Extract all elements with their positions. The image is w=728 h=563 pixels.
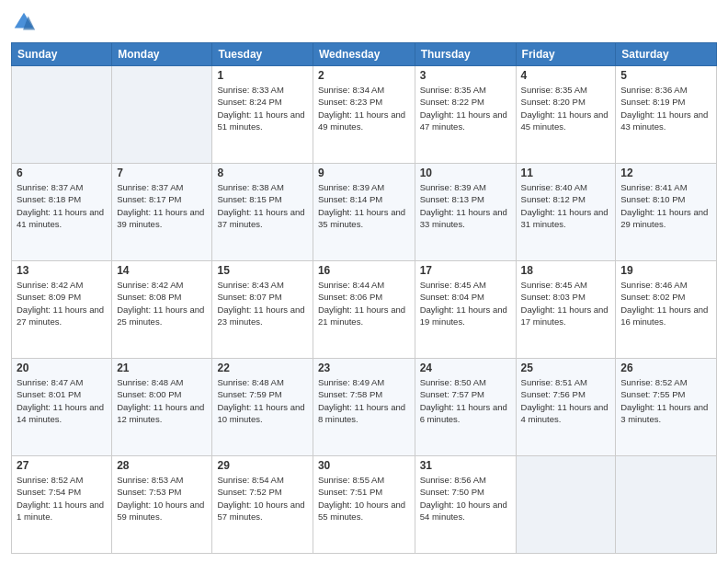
calendar-cell: 6Sunrise: 8:37 AM Sunset: 8:18 PM Daylig… [12,164,112,261]
day-number: 19 [620,264,711,277]
calendar-cell: 11Sunrise: 8:40 AM Sunset: 8:12 PM Dayli… [516,164,616,261]
day-info: Sunrise: 8:41 AM Sunset: 8:10 PM Dayligh… [620,181,711,230]
calendar-cell [112,66,212,164]
calendar-cell [616,456,717,554]
day-number: 16 [318,264,410,277]
day-info: Sunrise: 8:48 AM Sunset: 8:00 PM Dayligh… [117,376,207,425]
day-info: Sunrise: 8:36 AM Sunset: 8:19 PM Dayligh… [620,84,711,132]
day-of-week-header: Thursday [415,43,516,66]
calendar-cell: 2Sunrise: 8:34 AM Sunset: 8:23 PM Daylig… [313,66,415,164]
day-of-week-header: Wednesday [313,43,415,66]
day-number: 2 [318,69,410,82]
day-of-week-header: Tuesday [212,43,313,66]
calendar: SundayMondayTuesdayWednesdayThursdayFrid… [11,42,717,554]
calendar-cell: 14Sunrise: 8:42 AM Sunset: 8:08 PM Dayli… [112,261,212,359]
day-info: Sunrise: 8:50 AM Sunset: 7:57 PM Dayligh… [420,376,511,425]
day-info: Sunrise: 8:48 AM Sunset: 7:59 PM Dayligh… [217,376,307,425]
calendar-cell: 27Sunrise: 8:52 AM Sunset: 7:54 PM Dayli… [12,456,112,554]
page: SundayMondayTuesdayWednesdayThursdayFrid… [0,0,728,563]
day-info: Sunrise: 8:44 AM Sunset: 8:06 PM Dayligh… [318,279,410,327]
day-info: Sunrise: 8:54 AM Sunset: 7:52 PM Dayligh… [217,474,307,523]
calendar-cell: 20Sunrise: 8:47 AM Sunset: 8:01 PM Dayli… [12,359,112,456]
calendar-cell: 30Sunrise: 8:55 AM Sunset: 7:51 PM Dayli… [313,456,415,554]
calendar-cell: 24Sunrise: 8:50 AM Sunset: 7:57 PM Dayli… [415,359,516,456]
day-number: 17 [420,264,511,277]
day-of-week-header: Monday [112,43,212,66]
day-number: 25 [521,362,611,374]
day-info: Sunrise: 8:42 AM Sunset: 8:09 PM Dayligh… [17,279,107,327]
calendar-cell: 29Sunrise: 8:54 AM Sunset: 7:52 PM Dayli… [212,456,313,554]
day-number: 3 [420,69,511,82]
calendar-cell: 28Sunrise: 8:53 AM Sunset: 7:53 PM Dayli… [112,456,212,554]
header [11,9,717,35]
logo [11,9,40,35]
calendar-cell: 26Sunrise: 8:52 AM Sunset: 7:55 PM Dayli… [616,359,717,456]
day-info: Sunrise: 8:46 AM Sunset: 8:02 PM Dayligh… [620,279,711,327]
calendar-cell: 25Sunrise: 8:51 AM Sunset: 7:56 PM Dayli… [516,359,616,456]
day-info: Sunrise: 8:51 AM Sunset: 7:56 PM Dayligh… [521,376,611,425]
day-info: Sunrise: 8:37 AM Sunset: 8:18 PM Dayligh… [17,181,107,230]
day-number: 27 [17,459,107,472]
calendar-cell: 16Sunrise: 8:44 AM Sunset: 8:06 PM Dayli… [313,261,415,359]
day-number: 30 [318,459,410,472]
calendar-cell: 23Sunrise: 8:49 AM Sunset: 7:58 PM Dayli… [313,359,415,456]
day-info: Sunrise: 8:53 AM Sunset: 7:53 PM Dayligh… [117,474,207,523]
calendar-cell: 12Sunrise: 8:41 AM Sunset: 8:10 PM Dayli… [616,164,717,261]
day-info: Sunrise: 8:43 AM Sunset: 8:07 PM Dayligh… [217,279,307,327]
day-number: 28 [117,459,207,472]
day-info: Sunrise: 8:34 AM Sunset: 8:23 PM Dayligh… [318,84,410,132]
day-of-week-header: Friday [516,43,616,66]
day-number: 6 [17,167,107,179]
calendar-week-row: 20Sunrise: 8:47 AM Sunset: 8:01 PM Dayli… [12,359,717,456]
calendar-week-row: 6Sunrise: 8:37 AM Sunset: 8:18 PM Daylig… [12,164,717,261]
day-info: Sunrise: 8:45 AM Sunset: 8:04 PM Dayligh… [420,279,511,327]
day-number: 14 [117,264,207,277]
calendar-cell [12,66,112,164]
calendar-header-row: SundayMondayTuesdayWednesdayThursdayFrid… [12,43,717,66]
day-number: 15 [217,264,307,277]
calendar-cell: 10Sunrise: 8:39 AM Sunset: 8:13 PM Dayli… [415,164,516,261]
day-number: 11 [521,167,611,179]
day-info: Sunrise: 8:42 AM Sunset: 8:08 PM Dayligh… [117,279,207,327]
calendar-cell [516,456,616,554]
day-info: Sunrise: 8:35 AM Sunset: 8:22 PM Dayligh… [420,84,511,132]
day-number: 26 [620,362,711,374]
calendar-cell: 3Sunrise: 8:35 AM Sunset: 8:22 PM Daylig… [415,66,516,164]
day-info: Sunrise: 8:39 AM Sunset: 8:14 PM Dayligh… [318,181,410,230]
day-number: 1 [217,69,307,82]
calendar-cell: 19Sunrise: 8:46 AM Sunset: 8:02 PM Dayli… [616,261,717,359]
day-of-week-header: Saturday [616,43,717,66]
day-number: 20 [17,362,107,374]
day-number: 12 [620,167,711,179]
day-number: 18 [521,264,611,277]
calendar-cell: 18Sunrise: 8:45 AM Sunset: 8:03 PM Dayli… [516,261,616,359]
day-number: 4 [521,69,611,82]
day-info: Sunrise: 8:38 AM Sunset: 8:15 PM Dayligh… [217,181,307,230]
calendar-cell: 5Sunrise: 8:36 AM Sunset: 8:19 PM Daylig… [616,66,717,164]
day-number: 10 [420,167,511,179]
calendar-cell: 15Sunrise: 8:43 AM Sunset: 8:07 PM Dayli… [212,261,313,359]
day-info: Sunrise: 8:37 AM Sunset: 8:17 PM Dayligh… [117,181,207,230]
calendar-cell: 13Sunrise: 8:42 AM Sunset: 8:09 PM Dayli… [12,261,112,359]
day-number: 24 [420,362,511,374]
day-number: 9 [318,167,410,179]
calendar-cell: 7Sunrise: 8:37 AM Sunset: 8:17 PM Daylig… [112,164,212,261]
calendar-week-row: 13Sunrise: 8:42 AM Sunset: 8:09 PM Dayli… [12,261,717,359]
day-number: 23 [318,362,410,374]
calendar-week-row: 27Sunrise: 8:52 AM Sunset: 7:54 PM Dayli… [12,456,717,554]
calendar-cell: 31Sunrise: 8:56 AM Sunset: 7:50 PM Dayli… [415,456,516,554]
calendar-cell: 22Sunrise: 8:48 AM Sunset: 7:59 PM Dayli… [212,359,313,456]
calendar-cell: 1Sunrise: 8:33 AM Sunset: 8:24 PM Daylig… [212,66,313,164]
calendar-cell: 8Sunrise: 8:38 AM Sunset: 8:15 PM Daylig… [212,164,313,261]
calendar-cell: 21Sunrise: 8:48 AM Sunset: 8:00 PM Dayli… [112,359,212,456]
day-info: Sunrise: 8:52 AM Sunset: 7:55 PM Dayligh… [620,376,711,425]
day-of-week-header: Sunday [12,43,112,66]
day-info: Sunrise: 8:35 AM Sunset: 8:20 PM Dayligh… [521,84,611,132]
day-number: 21 [117,362,207,374]
day-info: Sunrise: 8:49 AM Sunset: 7:58 PM Dayligh… [318,376,410,425]
calendar-cell: 9Sunrise: 8:39 AM Sunset: 8:14 PM Daylig… [313,164,415,261]
day-info: Sunrise: 8:52 AM Sunset: 7:54 PM Dayligh… [17,474,107,523]
day-info: Sunrise: 8:33 AM Sunset: 8:24 PM Dayligh… [217,84,307,132]
day-number: 29 [217,459,307,472]
day-info: Sunrise: 8:56 AM Sunset: 7:50 PM Dayligh… [420,474,511,523]
